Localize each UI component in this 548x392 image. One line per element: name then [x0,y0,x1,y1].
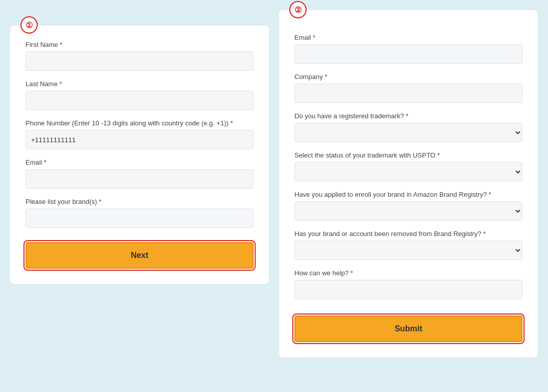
brands-input[interactable] [26,208,254,228]
brands-group: Please list your brand(s) * [26,198,254,228]
trademark-status-select[interactable]: Registered Pending Not Applied [294,162,522,181]
last-name-group: Last Name * [26,80,254,110]
section-2-content: Email * Company * Do you have a register… [294,25,522,342]
company-label: Company * [294,73,522,81]
step-2-badge: ② [289,1,307,18]
phone-group: Phone Number (Enter 10 -13 digits along … [26,119,254,149]
brands-label: Please list your brand(s) * [26,198,254,205]
how-help-label: How can we help? * [294,269,522,277]
trademark-select[interactable]: Yes No [294,123,522,142]
trademark-label: Do you have a registered trademark? * [294,112,522,120]
how-help-group: How can we help? * [294,269,522,301]
last-name-input[interactable] [26,91,254,110]
phone-input[interactable] [26,130,254,149]
step-1-badge: ① [20,16,38,34]
removed-registry-group: Has your brand or account been removed f… [294,230,522,260]
email2-label: Email * [294,34,522,41]
trademark-status-label: Select the status of your trademark with… [294,151,522,159]
page-container: ① First Name * Last Name * Phone Number … [10,10,538,357]
section-2: ② Email * Company * Do you have a regist… [279,10,538,357]
company-group: Company * [294,73,522,103]
brand-registry-group: Have you applied to enroll your brand in… [294,191,522,221]
removed-registry-select[interactable]: Yes No [294,241,522,260]
first-name-input[interactable] [26,51,254,71]
submit-button[interactable]: Submit [294,316,522,342]
brand-registry-label: Have you applied to enroll your brand in… [294,191,522,198]
first-name-group: First Name * [26,41,254,71]
email-group: Email * [26,159,254,189]
first-name-label: First Name * [26,41,254,48]
email2-group: Email * [294,34,522,64]
next-button[interactable]: Next [26,242,254,269]
email-label: Email * [26,159,254,166]
trademark-group: Do you have a registered trademark? * Ye… [294,112,522,142]
how-help-textarea[interactable] [294,280,522,299]
brand-registry-select[interactable]: Yes No [294,201,522,221]
email-input[interactable] [26,169,254,189]
removed-registry-label: Has your brand or account been removed f… [294,230,522,238]
trademark-status-group: Select the status of your trademark with… [294,151,522,181]
section-1: ① First Name * Last Name * Phone Number … [10,25,269,284]
email2-input[interactable] [294,44,522,64]
company-input[interactable] [294,84,522,103]
last-name-label: Last Name * [26,80,254,88]
phone-label: Phone Number (Enter 10 -13 digits along … [26,119,254,127]
